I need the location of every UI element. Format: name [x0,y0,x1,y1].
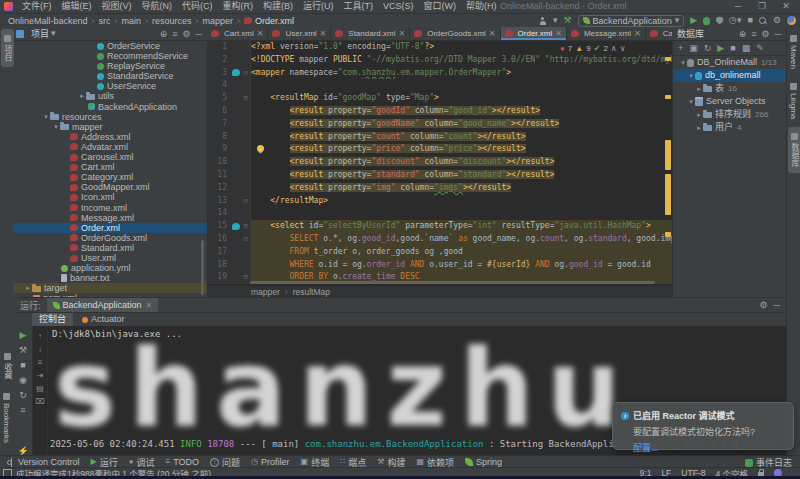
project-tree-item[interactable]: StandardService [14,71,207,81]
editor-tab[interactable]: Standard.xml✕ [331,27,410,40]
mybatis-gutter-icon[interactable] [232,223,240,230]
database-tree-item[interactable]: ▾DB_OnlineMall1/13 [673,56,787,69]
add-datasource-icon[interactable]: + [678,43,683,53]
scroll-to-end-icon[interactable]: ⇥ [37,371,44,380]
tool-window-button-lingma[interactable]: Lingma [788,77,799,125]
project-tree-item[interactable]: ReplayService [14,61,207,71]
debug-button[interactable] [703,17,710,25]
project-tree-item[interactable]: Advatar.xml [14,142,207,152]
code-line[interactable]: 3⊟<mapper namespace="com.shanzhu.em.mapp… [207,67,672,80]
database-tree-item[interactable]: ▸表16 [673,82,787,95]
code-line[interactable]: 6 <result property="goodId" column="good… [207,105,672,118]
code-line[interactable]: 14 [207,207,672,220]
breadcrumb-item[interactable]: resources [152,16,192,26]
tool-window-button-数据库[interactable]: 数据库 [788,127,800,173]
settings-gear-icon[interactable]: ⚙ [762,29,770,39]
inspections-widget[interactable]: ●7 ▲9 ✔2 ∧ ∨ [560,44,626,53]
editor-tab[interactable]: User.xml✕ [268,27,331,40]
menu-item[interactable]: 构建(B) [258,1,298,11]
print-icon[interactable]: ▤ [36,384,44,393]
editor-tab[interactable]: Message.xml✕ [567,27,646,40]
minimize-button[interactable]: ─ [726,0,750,13]
project-tree-item[interactable]: ▸target [14,283,207,293]
duplicate-icon[interactable]: ▣ [689,43,698,53]
tool-window-button[interactable]: 收藏 [1,347,14,385]
collapse-all-icon[interactable]: ≡ [172,29,177,39]
project-tree-item[interactable]: UserService [14,81,207,91]
coverage-button[interactable] [716,17,723,25]
database-tree-item[interactable]: ▾Server Objects [673,95,787,108]
code-line[interactable]: 7 <result property="goodName" column="go… [207,118,672,131]
editor-tab[interactable]: Carousel.xml✕ [646,27,672,40]
code-line[interactable]: 10 <result property="discount" column="d… [207,156,672,169]
stripe-mark[interactable] [665,140,671,170]
tree-expand-icon[interactable]: ▾ [42,112,50,122]
editor-horizontal-scrollbar[interactable] [250,281,655,284]
tool-window-button-maven[interactable]: Maven [788,29,799,75]
close-tab-icon[interactable]: ✕ [634,29,641,38]
menu-item[interactable]: 窗口(W) [419,1,462,11]
notification-action-link[interactable]: 配置... [633,441,785,454]
close-tab-icon[interactable]: ✕ [257,29,264,38]
stop-button[interactable]: ■ [747,14,752,27]
scroll-down-icon[interactable]: ↓ [38,345,42,354]
project-tree-item[interactable]: ▾mapper [14,122,207,132]
close-tab-icon[interactable]: ✕ [398,29,405,38]
database-tree-item[interactable]: ▸用户4 [673,121,787,134]
mybatis-gutter-icon[interactable] [232,69,240,76]
menu-item[interactable]: 导航(N) [137,1,178,11]
close-tab-icon[interactable]: ✕ [320,29,327,38]
settings-gear-icon[interactable]: ⚙ [760,300,768,310]
code-line[interactable]: 13⊟ </resultMap> [207,195,672,208]
code-line[interactable]: 9 <result property="price" column="price… [207,143,672,156]
code-line[interactable]: 17 FROM t_order o, order_goods og ,good [207,246,672,259]
menu-item[interactable]: 代码(C) [177,1,218,11]
prev-problem-icon[interactable]: ∧ [611,44,617,53]
close-icon[interactable]: ✕ [146,301,153,310]
profiler-button[interactable]: ◷▾ [729,14,741,27]
scroll-up-icon[interactable]: ↑ [38,332,42,341]
stripe-mark[interactable] [665,232,671,237]
rerun-button[interactable]: ▶ [20,330,27,340]
code-line[interactable]: 8 <result property="count" column="count… [207,131,672,144]
clear-console-icon[interactable]: ⌧ [35,397,44,406]
edit-configuration-icon[interactable]: ⚒ [19,345,27,355]
project-panel-title[interactable]: 项目 [26,27,49,40]
tree-expand-icon[interactable]: ▾ [687,95,695,108]
stripe-mark[interactable] [665,174,671,215]
code-line[interactable]: 2<!DOCTYPE mapper PUBLIC "-//mybatis.org… [207,54,672,67]
code-line[interactable]: 4 [207,79,672,92]
settings-gear-icon[interactable]: ⚙ [773,14,781,27]
tree-expand-icon[interactable]: ▸ [78,91,86,101]
project-tree-item[interactable]: User.xml [14,253,207,263]
close-button[interactable]: ✕ [774,0,798,13]
console-tab[interactable]: Actuator [75,313,132,326]
project-tree-item[interactable]: BackendApplication [14,102,207,112]
tree-expand-icon[interactable]: ▾ [679,56,687,69]
soft-wrap-icon[interactable]: ≡ [38,358,43,367]
project-tree-item[interactable]: Address.xml [14,132,207,142]
user-icon[interactable] [539,17,547,25]
tool-window-button[interactable]: Bookmarks [1,387,12,449]
maximize-button[interactable]: ❐ [750,0,774,13]
project-tree-item[interactable]: banner.txt [14,273,207,283]
stripe-mark[interactable] [665,95,671,99]
hide-panel-icon[interactable]: ─ [774,300,780,310]
stop-icon[interactable]: ■ [730,43,735,53]
project-tree-item[interactable]: Message.xml [14,213,207,223]
fold-marker[interactable]: ⊟ [241,195,251,208]
tree-expand-icon[interactable]: ▸ [24,283,32,293]
code-editor[interactable]: 1<?xml version="1.0" encoding="UTF-8"?>2… [207,41,672,285]
breadcrumb-item[interactable]: src [99,16,111,26]
project-tree-item[interactable]: Standard.xml [14,243,207,253]
menu-item[interactable]: VCS(S) [378,1,419,11]
project-tree-item[interactable]: GoodMapper.xml [14,182,207,192]
edit-icon[interactable]: ✎ [756,43,764,53]
project-tree-item[interactable]: Icon.xml [14,192,207,202]
project-tree-item[interactable]: OrderService [14,41,207,51]
project-tree-item[interactable]: Income.xml [14,203,207,213]
tool-window-button-project[interactable]: 项目 [1,29,14,67]
database-tree-item[interactable]: ▾db_onlinemall [673,69,787,82]
code-line[interactable]: 5⊟ <resultMap id="goodMap" type="Map"> [207,92,672,105]
settings-gear-icon[interactable]: ⚙ [183,29,191,39]
